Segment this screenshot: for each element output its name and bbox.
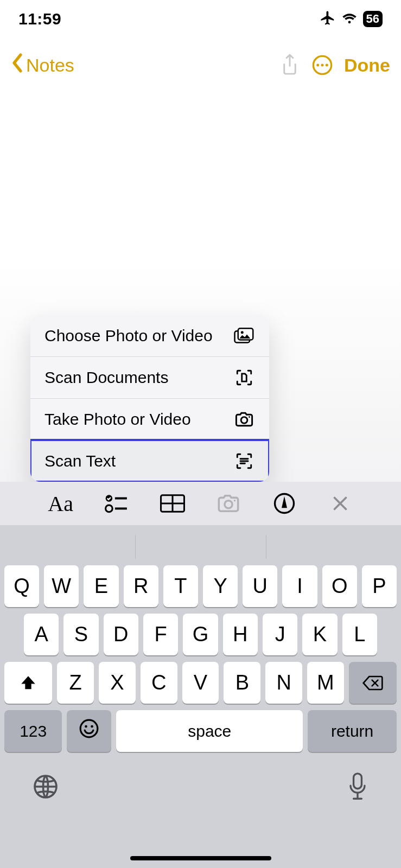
svg-point-3 <box>326 64 328 67</box>
menu-item-label: Scan Documents <box>44 368 168 387</box>
checklist-button[interactable] <box>100 493 133 514</box>
svg-point-7 <box>241 417 247 424</box>
menu-item-take-photo[interactable]: Take Photo or Video <box>30 398 269 440</box>
menu-item-label: Scan Text <box>44 452 116 470</box>
key-m[interactable]: M <box>307 662 344 704</box>
status-time: 11:59 <box>18 10 61 28</box>
key-g[interactable]: G <box>183 614 218 655</box>
globe-button[interactable] <box>33 774 59 802</box>
key-f[interactable]: F <box>143 614 178 655</box>
key-return[interactable]: return <box>308 710 397 752</box>
back-label: Notes <box>26 55 74 76</box>
svg-point-8 <box>249 416 250 418</box>
svg-point-21 <box>91 725 94 728</box>
menu-item-choose-photo[interactable]: Choose Photo or Video <box>30 315 269 356</box>
svg-point-1 <box>316 64 319 67</box>
more-button[interactable] <box>306 54 339 76</box>
keyboard: Q W E R T Y U I O P A S D F G H J K L Z <box>0 525 401 868</box>
photos-icon <box>233 328 255 344</box>
key-r[interactable]: R <box>124 565 158 607</box>
key-numbers[interactable]: 123 <box>4 710 62 752</box>
key-n[interactable]: N <box>265 662 302 704</box>
key-row-1: Q W E R T Y U I O P <box>0 562 401 610</box>
svg-point-6 <box>241 331 244 334</box>
key-x[interactable]: X <box>99 662 136 704</box>
camera-toolbar-button[interactable] <box>212 494 245 513</box>
key-j[interactable]: J <box>263 614 297 655</box>
suggestion-bar <box>0 532 401 562</box>
svg-point-19 <box>81 720 98 737</box>
emoji-icon <box>79 718 99 744</box>
key-row-4: 123 space return <box>0 707 401 755</box>
svg-point-17 <box>234 500 236 502</box>
key-u[interactable]: U <box>243 565 277 607</box>
key-shift[interactable] <box>4 662 52 704</box>
scan-doc-icon <box>233 368 255 387</box>
svg-point-16 <box>225 501 232 508</box>
suggestion-divider <box>135 535 136 559</box>
markup-button[interactable] <box>268 493 301 514</box>
svg-point-11 <box>105 505 112 512</box>
key-v[interactable]: V <box>182 662 219 704</box>
status-bar: 11:59 56 <box>0 0 401 38</box>
shift-icon <box>19 674 37 692</box>
mic-icon <box>347 773 368 801</box>
key-p[interactable]: P <box>362 565 397 607</box>
key-space[interactable]: space <box>116 710 303 752</box>
key-e[interactable]: E <box>84 565 118 607</box>
wifi-icon <box>341 11 358 27</box>
key-row-2: A S D F G H J K L <box>0 610 401 659</box>
key-o[interactable]: O <box>322 565 357 607</box>
key-k[interactable]: K <box>302 614 337 655</box>
back-button[interactable]: Notes <box>11 53 74 77</box>
svg-rect-23 <box>354 774 362 789</box>
status-indicators: 56 <box>320 10 383 28</box>
key-h[interactable]: H <box>223 614 258 655</box>
key-emoji[interactable] <box>67 710 111 752</box>
keyboard-bottom-row <box>0 755 401 809</box>
attachment-menu: Choose Photo or Video Scan Documents Tak… <box>30 315 269 482</box>
key-i[interactable]: I <box>282 565 317 607</box>
chevron-left-icon <box>11 53 24 77</box>
menu-item-scan-text[interactable]: Scan Text <box>30 440 269 482</box>
scan-text-icon <box>233 452 255 470</box>
nav-bar: Notes Done <box>0 46 401 84</box>
suggestion-divider <box>266 535 266 559</box>
key-q[interactable]: Q <box>4 565 39 607</box>
menu-item-scan-documents[interactable]: Scan Documents <box>30 356 269 398</box>
key-s[interactable]: S <box>63 614 98 655</box>
airplane-mode-icon <box>320 10 336 28</box>
key-l[interactable]: L <box>342 614 377 655</box>
dictation-button[interactable] <box>347 773 368 803</box>
key-a[interactable]: A <box>24 614 59 655</box>
globe-icon <box>33 774 59 800</box>
key-z[interactable]: Z <box>57 662 94 704</box>
key-b[interactable]: B <box>224 662 260 704</box>
svg-point-20 <box>85 725 87 728</box>
table-button[interactable] <box>156 494 189 513</box>
key-d[interactable]: D <box>104 614 138 655</box>
camera-icon <box>233 411 255 427</box>
text-format-label: Aa <box>48 491 73 516</box>
key-t[interactable]: T <box>163 565 198 607</box>
close-toolbar-button[interactable] <box>324 494 357 513</box>
key-y[interactable]: Y <box>203 565 238 607</box>
share-button[interactable] <box>273 53 306 77</box>
done-button[interactable]: Done <box>344 55 390 76</box>
backspace-icon <box>362 675 384 691</box>
svg-point-2 <box>321 64 324 67</box>
menu-item-label: Choose Photo or Video <box>44 327 213 345</box>
menu-item-label: Take Photo or Video <box>44 410 191 429</box>
key-backspace[interactable] <box>349 662 397 704</box>
note-format-toolbar: Aa <box>0 482 401 525</box>
key-row-3: Z X C V B N M <box>0 659 401 707</box>
key-c[interactable]: C <box>141 662 177 704</box>
battery-indicator: 56 <box>363 11 383 27</box>
home-indicator[interactable] <box>130 856 271 860</box>
text-format-button[interactable]: Aa <box>44 491 77 516</box>
key-w[interactable]: W <box>44 565 79 607</box>
